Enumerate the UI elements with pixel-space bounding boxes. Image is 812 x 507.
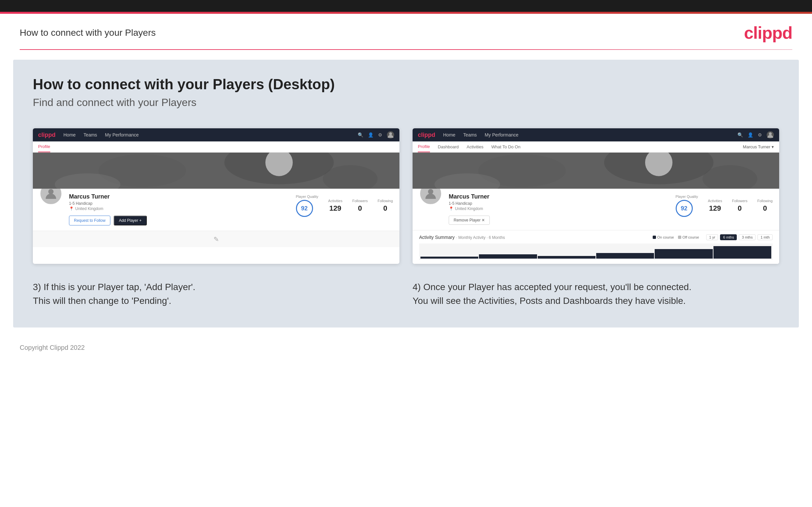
add-player-button[interactable]: Add Player + [114,216,147,225]
search-icon-left[interactable]: 🔍 [358,132,363,137]
settings-icon-right[interactable]: ⚙ [758,132,762,137]
player-location-right: 📍 United Kingdom [449,207,669,211]
profile-section-left: Marcus Turner 1-5 Handicap 📍 United King… [33,189,399,231]
nav-home-right[interactable]: Home [443,132,455,137]
settings-icon-left[interactable]: ⚙ [378,132,383,137]
mock-tabs-left: Profile [33,142,399,153]
stat-followers-left: Followers 0 [352,199,367,213]
stat-followers-value-left: 0 [352,204,367,213]
location-text-right: United Kingdom [455,207,483,211]
header: How to connect with your Players clippd [0,14,812,49]
stat-followers-right: Followers 0 [732,199,747,213]
main-subtitle: Find and connect with your Players [33,97,779,109]
user-icon-right[interactable]: 👤 [748,132,753,137]
user-icon-left[interactable]: 👤 [368,132,373,137]
activity-section: Activity Summary · Monthly Activity · 6 … [413,230,779,264]
nav-logo-right: clippd [418,131,435,138]
activity-legend: On course Off course [653,235,699,239]
activity-chart [419,243,773,260]
filter-3mths[interactable]: 3 mths [739,234,756,240]
svg-point-0 [389,132,392,135]
svg-point-8 [769,132,772,135]
request-follow-button[interactable]: Request to Follow [69,216,110,225]
svg-point-15 [428,189,433,194]
chart-bar-2 [479,254,537,259]
mock-bottom-bar-left: ✎ [33,231,399,247]
player-stats-right: Player Quality 92 Activities 129 Followe… [676,192,773,217]
screenshot-right: clippd Home Teams My Performance 🔍 👤 ⚙ [413,128,779,264]
main-title: How to connect with your Players (Deskto… [33,76,779,93]
footer: Copyright Clippd 2022 [0,337,812,358]
nav-myperformance-left[interactable]: My Performance [105,132,139,137]
tab-whattodo-right[interactable]: What To Do On [492,142,521,152]
nav-teams-right[interactable]: Teams [463,132,476,137]
stat-following-label-right: Following [757,199,773,203]
filter-1yr[interactable]: 1 yr [706,234,718,240]
stat-activities-left: Activities 129 [328,199,342,213]
chart-bar-1 [420,257,478,259]
search-icon-right[interactable]: 🔍 [738,132,743,137]
stat-followers-label-left: Followers [352,199,367,203]
filter-1mth[interactable]: 1 mth [757,234,773,240]
player-selector-text: Marcus Turner ▾ [743,145,774,149]
player-info-right: Marcus Turner 1-5 Handicap 📍 United King… [449,192,669,225]
player-handicap-right: 1-5 Handicap [449,201,669,206]
stat-activities-label-right: Activities [708,199,722,203]
tab-profile-left[interactable]: Profile [38,142,50,152]
activity-filters: On course Off course 1 yr 6 mths 3 mths … [653,234,773,240]
remove-player-button[interactable]: Remove Player ✕ [449,216,490,225]
screenshots-row: clippd Home Teams My Performance 🔍 👤 ⚙ [33,128,779,264]
activity-header: Activity Summary · Monthly Activity · 6 … [419,234,773,240]
avatar-left[interactable] [387,131,394,138]
stat-followers-value-right: 0 [732,204,747,213]
mock-tabs-right: Profile Dashboard Activities What To Do … [413,142,779,153]
screenshot-scroll-right: clippd Home Teams My Performance 🔍 👤 ⚙ [413,128,779,264]
location-icon-left: 📍 [69,207,74,211]
banner-img-right [413,153,779,189]
player-location-left: 📍 United Kingdom [69,207,289,211]
description-text-left: 3) If this is your Player tap, 'Add Play… [33,280,399,308]
tabs-player-selector[interactable]: Marcus Turner ▾ [743,145,774,149]
tab-dashboard-right[interactable]: Dashboard [438,142,459,152]
stat-following-value-left: 0 [378,204,393,213]
stat-following-left: Following 0 [378,199,393,213]
stat-quality-left: Player Quality 92 [296,194,318,217]
stat-quality-right: Player Quality 92 [676,194,698,217]
tab-activities-right[interactable]: Activities [466,142,483,152]
legend-label-offcourse: Off course [682,235,699,239]
main-content: How to connect with your Players (Deskto… [13,60,799,328]
filter-6mths[interactable]: 6 mths [720,234,737,240]
edit-icon-left: ✎ [213,235,219,243]
top-bar [0,0,812,12]
stat-following-right: Following 0 [757,199,773,213]
banner-img-left [33,153,399,189]
nav-icons-right: 🔍 👤 ⚙ [738,131,774,138]
nav-icons-left: 🔍 👤 ⚙ [358,131,394,138]
stat-activities-right: Activities 129 [708,199,722,213]
quality-circle-right: 92 [676,200,693,217]
stat-activities-value-left: 129 [328,204,342,213]
chart-bar-4 [596,253,654,259]
clippd-logo: clippd [744,23,792,43]
stat-activities-label-left: Activities [328,199,342,203]
legend-offcourse: Off course [678,235,699,239]
mock-buttons-left: Request to Follow Add Player + [69,216,289,225]
legend-dot-offcourse [678,236,681,239]
stat-following-value-right: 0 [757,204,773,213]
avatar-right[interactable] [767,131,774,138]
stat-activities-value-right: 129 [708,204,722,213]
player-name-left: Marcus Turner [69,193,289,200]
chart-bar-3 [538,256,596,259]
screenshot-scroll-left: clippd Home Teams My Performance 🔍 👤 ⚙ [33,128,399,247]
screenshot-left: clippd Home Teams My Performance 🔍 👤 ⚙ [33,128,399,264]
nav-myperformance-right[interactable]: My Performance [485,132,519,137]
mock-banner-right [413,153,779,189]
nav-teams-left[interactable]: Teams [84,132,97,137]
tab-profile-right[interactable]: Profile [418,142,430,152]
quality-circle-left: 92 [296,200,313,217]
chart-bar-6 [713,246,771,259]
location-icon-right: 📍 [449,207,454,211]
nav-home-left[interactable]: Home [63,132,75,137]
activity-subtitle: · Monthly Activity · 6 Months [456,235,505,240]
profile-section-right: Marcus Turner 1-5 Handicap 📍 United King… [413,189,779,230]
